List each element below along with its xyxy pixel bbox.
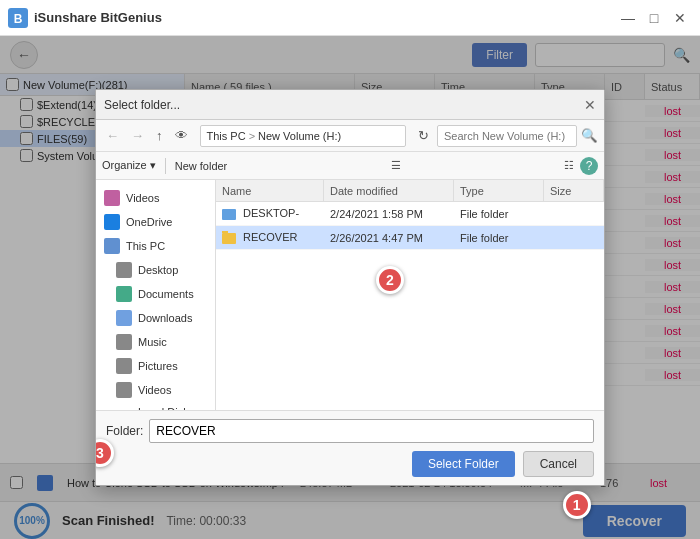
dialog-title: Select folder...	[104, 98, 584, 112]
dlg-nav-onedrive[interactable]: OneDrive	[96, 210, 215, 234]
dlg-col-date: Date modified	[324, 180, 454, 201]
dlg-col-type: Type	[454, 180, 544, 201]
svg-text:B: B	[14, 12, 23, 26]
dialog-body: Videos OneDrive This PC Desktop Document…	[96, 180, 604, 410]
dlg-nav-documents[interactable]: Documents	[96, 282, 215, 306]
maximize-button[interactable]: □	[642, 6, 666, 30]
dialog-titlebar: Select folder... ✕	[96, 90, 604, 120]
dlg-nav-localdisk[interactable]: Local Disk (C:)	[96, 402, 215, 410]
close-button[interactable]: ✕	[668, 6, 692, 30]
special-folder-icon	[222, 209, 236, 220]
dlg-nav-music[interactable]: Music	[96, 330, 215, 354]
app-icon: B	[8, 8, 28, 28]
dlg-nav-thispc[interactable]: This PC	[96, 234, 215, 258]
dlg-col-size: Size	[544, 180, 604, 201]
dlg-nav-videos-fav[interactable]: Videos	[96, 186, 215, 210]
step3-badge: 3	[95, 439, 114, 467]
dialog-file-row-desktop[interactable]: DESKTOP- 2/24/2021 1:58 PM File folder	[216, 202, 604, 226]
dialog-footer: Folder: 3 Select Folder Cancel	[96, 410, 604, 485]
folder-input-label: Folder:	[106, 424, 143, 438]
dialog-left-nav: Videos OneDrive This PC Desktop Document…	[96, 180, 216, 410]
select-folder-dialog: Select folder... ✕ ← → ↑ 👁 This PC > New…	[95, 89, 605, 486]
window-controls: — □ ✕	[616, 6, 692, 30]
dialog-file-row-recover[interactable]: RECOVER 2/26/2021 4:47 PM File folder 2	[216, 226, 604, 250]
breadcrumb-thispc: This PC	[207, 130, 246, 142]
breadcrumb-bar: This PC > New Volume (H:)	[200, 125, 407, 147]
dialog-nav: ← → ↑ 👁 This PC > New Volume (H:) ↻ 🔍	[96, 120, 604, 152]
dlg-nav-videos[interactable]: Videos	[96, 378, 215, 402]
cancel-button[interactable]: Cancel	[523, 451, 594, 477]
folder-input-row: Folder:	[106, 419, 594, 443]
organize-button[interactable]: Organize ▾	[102, 159, 156, 172]
dialog-right-pane: Name Date modified Type Size DESKTOP- 2/…	[216, 180, 604, 410]
minimize-button[interactable]: —	[616, 6, 640, 30]
breadcrumb-newvolume: New Volume (H:)	[258, 130, 341, 142]
dialog-close-button[interactable]: ✕	[584, 97, 596, 113]
dialog-search-icon[interactable]: 🔍	[581, 128, 598, 143]
view-button[interactable]: ☰	[391, 159, 401, 172]
step2-badge: 2	[376, 266, 404, 294]
dialog-overlay: Select folder... ✕ ← → ↑ 👁 This PC > New…	[0, 36, 700, 539]
dialog-actions: 3 Select Folder Cancel	[106, 451, 594, 477]
step1-badge: 1	[563, 491, 591, 519]
view-details-button[interactable]: ☷	[564, 159, 574, 172]
dlg-nav-pictures[interactable]: Pictures	[96, 354, 215, 378]
dialog-recent-button[interactable]: 👁	[171, 126, 192, 145]
dialog-search-input[interactable]	[437, 125, 577, 147]
title-bar: B iSunshare BitGenius — □ ✕	[0, 0, 700, 36]
new-folder-button[interactable]: New folder	[175, 160, 228, 172]
dialog-back-button[interactable]: ←	[102, 126, 123, 145]
help-button[interactable]: ?	[580, 157, 598, 175]
dialog-col-header: Name Date modified Type Size	[216, 180, 604, 202]
dialog-refresh-button[interactable]: ↻	[414, 126, 433, 145]
dlg-col-name: Name	[216, 180, 324, 201]
folder-icon	[222, 233, 236, 244]
dlg-nav-desktop[interactable]: Desktop	[96, 258, 215, 282]
app-title: iSunshare BitGenius	[34, 10, 616, 25]
dialog-forward-button[interactable]: →	[127, 126, 148, 145]
folder-input[interactable]	[149, 419, 594, 443]
select-folder-button[interactable]: Select Folder	[412, 451, 515, 477]
dlg-nav-downloads[interactable]: Downloads	[96, 306, 215, 330]
dialog-up-button[interactable]: ↑	[152, 126, 167, 145]
dialog-toolbar: Organize ▾ New folder ☰ ☷ ?	[96, 152, 604, 180]
